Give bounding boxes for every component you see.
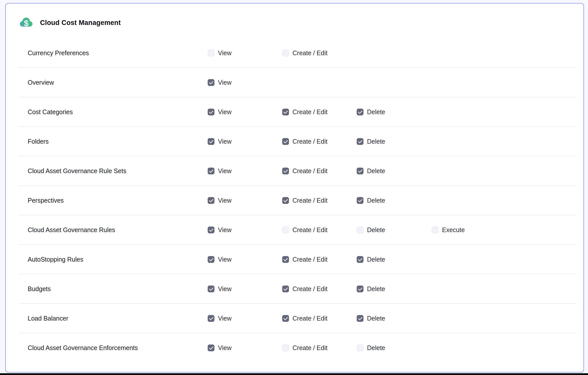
delete-checkbox[interactable] bbox=[357, 256, 363, 263]
module-title: Cloud Cost Management bbox=[40, 19, 121, 27]
view-checkbox[interactable] bbox=[208, 79, 214, 86]
delete-checkbox[interactable] bbox=[357, 138, 363, 145]
view-checkbox-label[interactable]: View bbox=[218, 226, 232, 234]
view-checkbox-label[interactable]: View bbox=[218, 138, 232, 145]
view-checkbox-label[interactable]: View bbox=[218, 256, 232, 263]
delete-permission-cell: Delete bbox=[357, 315, 385, 322]
create-edit-checkbox[interactable] bbox=[282, 197, 289, 204]
execute-checkbox[interactable] bbox=[432, 227, 438, 233]
view-checkbox-label[interactable]: View bbox=[218, 315, 232, 322]
delete-checkbox-label[interactable]: Delete bbox=[367, 108, 385, 116]
create-edit-checkbox-label[interactable]: Create / Edit bbox=[292, 138, 327, 145]
view-checkbox[interactable] bbox=[208, 256, 214, 263]
view-checkbox-label[interactable]: View bbox=[218, 108, 232, 116]
permission-row: AutoStopping Rules ViewCreate / EditDele… bbox=[18, 245, 576, 274]
delete-checkbox[interactable] bbox=[357, 109, 363, 115]
create-edit-checkbox-label[interactable]: Create / Edit bbox=[292, 344, 327, 352]
create-edit-checkbox[interactable] bbox=[282, 109, 289, 115]
delete-permission-cell: Delete bbox=[357, 256, 385, 263]
delete-checkbox-label[interactable]: Delete bbox=[367, 315, 385, 322]
create-edit-checkbox[interactable] bbox=[282, 286, 289, 292]
view-checkbox[interactable] bbox=[208, 50, 214, 56]
create-edit-checkbox[interactable] bbox=[282, 227, 289, 233]
create-edit-checkbox[interactable] bbox=[282, 315, 289, 322]
resource-label: Budgets bbox=[18, 285, 51, 293]
delete-checkbox-label[interactable]: Delete bbox=[367, 344, 385, 352]
view-checkbox-label[interactable]: View bbox=[218, 285, 232, 293]
view-permission-cell: View bbox=[208, 138, 232, 145]
resource-label: AutoStopping Rules bbox=[18, 256, 83, 263]
delete-checkbox[interactable] bbox=[357, 197, 363, 204]
delete-permission-cell: Delete bbox=[357, 344, 385, 352]
delete-checkbox-label[interactable]: Delete bbox=[367, 167, 385, 175]
view-checkbox[interactable] bbox=[208, 109, 214, 115]
delete-permission-cell: Delete bbox=[357, 197, 385, 204]
view-checkbox-label[interactable]: View bbox=[218, 49, 232, 57]
create-edit-permission-cell: Create / Edit bbox=[282, 167, 327, 175]
execute-permission-cell: Execute bbox=[432, 226, 465, 234]
create-edit-checkbox[interactable] bbox=[282, 168, 289, 174]
create-edit-permission-cell: Create / Edit bbox=[282, 138, 327, 145]
create-edit-checkbox[interactable] bbox=[282, 256, 289, 263]
view-permission-cell: View bbox=[208, 256, 232, 263]
delete-checkbox-label[interactable]: Delete bbox=[367, 226, 385, 234]
view-permission-cell: View bbox=[208, 315, 232, 322]
delete-permission-cell: Delete bbox=[357, 285, 385, 293]
delete-checkbox[interactable] bbox=[357, 345, 363, 351]
resource-label: Cloud Asset Governance Rule Sets bbox=[18, 167, 126, 175]
delete-checkbox-label[interactable]: Delete bbox=[367, 197, 385, 204]
resource-label: Perspectives bbox=[18, 197, 64, 204]
view-checkbox[interactable] bbox=[208, 315, 214, 322]
create-edit-checkbox-label[interactable]: Create / Edit bbox=[292, 49, 327, 57]
create-edit-checkbox-label[interactable]: Create / Edit bbox=[292, 167, 327, 175]
view-permission-cell: View bbox=[208, 49, 232, 57]
view-checkbox-label[interactable]: View bbox=[218, 344, 232, 352]
resource-label: Load Balancer bbox=[18, 315, 68, 322]
create-edit-permission-cell: Create / Edit bbox=[282, 285, 327, 293]
delete-checkbox-label[interactable]: Delete bbox=[367, 256, 385, 263]
create-edit-checkbox-label[interactable]: Create / Edit bbox=[292, 197, 327, 204]
resource-label: Cost Categories bbox=[18, 108, 73, 116]
delete-checkbox[interactable] bbox=[357, 227, 363, 233]
create-edit-checkbox-label[interactable]: Create / Edit bbox=[292, 226, 327, 234]
view-checkbox[interactable] bbox=[208, 138, 214, 145]
view-permission-cell: View bbox=[208, 167, 232, 175]
view-checkbox[interactable] bbox=[208, 168, 214, 174]
view-checkbox-label[interactable]: View bbox=[218, 197, 232, 204]
delete-checkbox[interactable] bbox=[357, 315, 363, 322]
card-header: $ Cloud Cost Management bbox=[6, 4, 583, 38]
svg-text:$: $ bbox=[24, 19, 28, 28]
create-edit-checkbox-label[interactable]: Create / Edit bbox=[292, 256, 327, 263]
view-permission-cell: View bbox=[208, 197, 232, 204]
create-edit-permission-cell: Create / Edit bbox=[282, 256, 327, 263]
create-edit-checkbox-label[interactable]: Create / Edit bbox=[292, 285, 327, 293]
window-bottom-edge bbox=[0, 373, 588, 375]
permission-row: Cost Categories ViewCreate / EditDelete bbox=[18, 97, 576, 127]
create-edit-checkbox[interactable] bbox=[282, 138, 289, 145]
delete-permission-cell: Delete bbox=[357, 167, 385, 175]
delete-checkbox-label[interactable]: Delete bbox=[367, 138, 385, 145]
create-edit-checkbox[interactable] bbox=[282, 345, 289, 351]
delete-checkbox-label[interactable]: Delete bbox=[367, 285, 385, 293]
create-edit-checkbox-label[interactable]: Create / Edit bbox=[292, 108, 327, 116]
view-checkbox[interactable] bbox=[208, 197, 214, 204]
execute-checkbox-label[interactable]: Execute bbox=[442, 226, 465, 234]
create-edit-checkbox-label[interactable]: Create / Edit bbox=[292, 315, 327, 322]
permission-row: Folders ViewCreate / EditDelete bbox=[18, 127, 576, 156]
view-permission-cell: View bbox=[208, 285, 232, 293]
view-permission-cell: View bbox=[208, 226, 232, 234]
permission-rows: Currency Preferences ViewCreate / Edit O… bbox=[18, 38, 576, 363]
delete-checkbox[interactable] bbox=[357, 168, 363, 174]
view-checkbox[interactable] bbox=[208, 345, 214, 351]
view-checkbox[interactable] bbox=[208, 227, 214, 233]
create-edit-permission-cell: Create / Edit bbox=[282, 197, 327, 204]
view-checkbox-label[interactable]: View bbox=[218, 79, 232, 86]
delete-checkbox[interactable] bbox=[357, 286, 363, 292]
create-edit-checkbox[interactable] bbox=[282, 50, 289, 56]
view-checkbox-label[interactable]: View bbox=[218, 167, 232, 175]
resource-label: Folders bbox=[18, 138, 49, 145]
view-permission-cell: View bbox=[208, 108, 232, 116]
permission-row: Overview View bbox=[18, 68, 576, 97]
create-edit-permission-cell: Create / Edit bbox=[282, 226, 327, 234]
view-checkbox[interactable] bbox=[208, 286, 214, 292]
